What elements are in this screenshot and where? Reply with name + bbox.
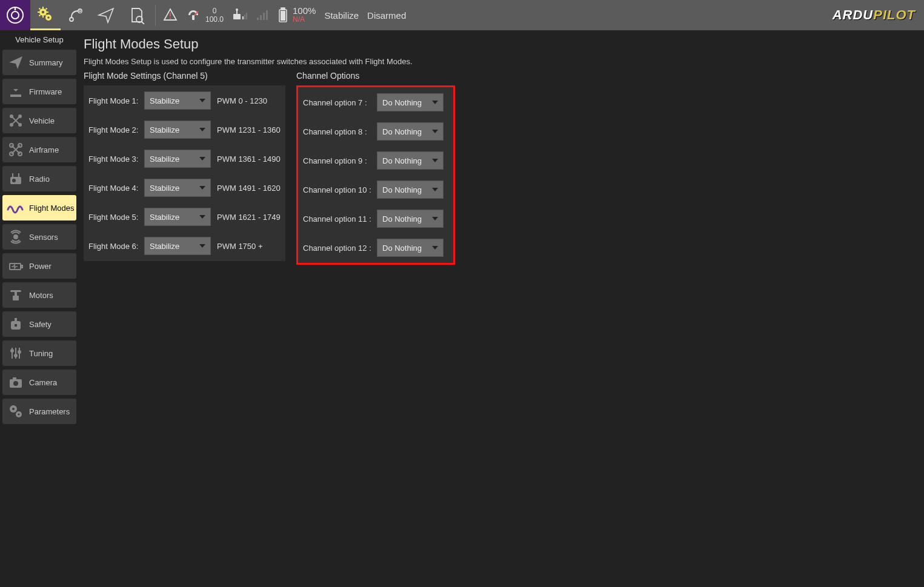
svg-point-72	[12, 408, 15, 410]
flight-mode-row-6: Flight Mode 6: Stabilize PWM 1750 +	[88, 236, 281, 256]
channel-option-label: Channel option 10 :	[303, 185, 371, 194]
chevron-down-icon	[199, 99, 205, 102]
sidebar-item-tuning[interactable]: Tuning	[2, 340, 76, 366]
flight-mode-5-select[interactable]: Stabilize	[144, 208, 211, 226]
flight-mode-1-select[interactable]: Stabilize	[144, 91, 211, 110]
flight-mode-row-2: Flight Mode 2: Stabilize PWM 1231 - 1360	[88, 119, 281, 140]
flight-mode-label: Flight Mode 4:	[88, 184, 138, 193]
sidebar-item-label: Motors	[29, 291, 53, 300]
gps-status[interactable]: 0 100.0	[186, 7, 224, 24]
svg-rect-55	[21, 265, 22, 268]
channel-option-8-select[interactable]: Do Nothing	[377, 122, 444, 141]
channel-option-label: Channel option 7 :	[303, 98, 371, 107]
svg-rect-36	[281, 11, 285, 21]
svg-line-11	[39, 8, 41, 9]
battery-status[interactable]: 100% N/A	[278, 7, 316, 24]
svg-rect-54	[10, 264, 21, 270]
channel-options-section-label: Channel Options	[296, 71, 455, 81]
vehicle-icon	[2, 113, 29, 128]
svg-point-50	[12, 179, 16, 182]
signal-icon[interactable]	[256, 8, 270, 23]
fly-button[interactable]	[91, 0, 121, 30]
channel-option-10-select[interactable]: Do Nothing	[377, 181, 444, 199]
flight-mode-6-select[interactable]: Stabilize	[144, 237, 211, 255]
sidebar-item-radio[interactable]: Radio	[2, 166, 76, 191]
sidebar-item-label: Summary	[29, 58, 63, 67]
sidebar-item-flight-modes[interactable]: Flight Modes	[2, 195, 76, 221]
svg-point-21	[170, 18, 171, 19]
sidebar-item-label: Tuning	[29, 349, 53, 358]
flight-mode-4-select[interactable]: Stabilize	[144, 179, 211, 197]
chevron-down-icon	[199, 244, 205, 248]
svg-rect-58	[10, 290, 21, 292]
brand-logo: ARDUPILOT	[833, 0, 924, 30]
svg-rect-28	[244, 15, 245, 19]
warning-icon[interactable]	[163, 7, 178, 24]
flight-mode-3-select[interactable]: Stabilize	[144, 150, 211, 168]
safety-icon	[2, 316, 29, 332]
svg-point-64	[15, 354, 17, 357]
dropdown-value: Do Nothing	[382, 98, 428, 107]
sidebar-item-safety[interactable]: Safety	[2, 311, 76, 337]
svg-point-6	[47, 16, 50, 19]
dropdown-value: Stabilize	[150, 125, 196, 134]
battery-voltage: N/A	[293, 15, 305, 24]
chevron-down-icon	[432, 188, 438, 191]
brand-text-a: ARDU	[833, 7, 874, 23]
sidebar-item-summary[interactable]: Summary	[2, 50, 76, 75]
flight-mode-label: Flight Mode 6:	[88, 242, 138, 251]
flight-modes-icon	[2, 200, 29, 216]
sidebar-item-motors[interactable]: Motors	[2, 282, 76, 308]
telemetry-icon[interactable]	[232, 8, 248, 23]
flight-mode-status[interactable]: Stabilize	[324, 10, 359, 21]
svg-point-73	[18, 413, 19, 415]
app-logo-button[interactable]	[0, 0, 30, 30]
flight-mode-row-3: Flight Mode 3: Stabilize PWM 1361 - 1490	[88, 148, 281, 169]
flight-mode-label: Flight Mode 3:	[88, 154, 138, 164]
sidebar-item-vehicle[interactable]: Vehicle	[2, 108, 76, 133]
channel-option-9-select[interactable]: Do Nothing	[377, 151, 444, 170]
dropdown-value: Stabilize	[150, 242, 196, 251]
channel-option-11-select[interactable]: Do Nothing	[377, 210, 444, 228]
svg-point-68	[13, 381, 18, 386]
chevron-down-icon	[432, 246, 438, 250]
sidebar-item-sensors[interactable]: Sensors	[2, 224, 76, 250]
flight-mode-label: Flight Mode 1:	[88, 96, 138, 105]
vehicle-setup-button[interactable]	[30, 0, 61, 30]
gps-hdop: 100.0	[205, 15, 224, 24]
plan-route-button[interactable]: 0	[61, 0, 91, 30]
sidebar-item-label: Firmware	[29, 87, 62, 96]
channel-option-row-10: Channel option 10 : Do Nothing	[303, 179, 448, 200]
svg-rect-22	[192, 15, 194, 20]
sidebar-item-airframe[interactable]: Airframe	[2, 137, 76, 162]
sidebar-item-firmware[interactable]: Firmware	[2, 79, 76, 104]
pwm-range: PWM 1750 +	[217, 242, 263, 251]
svg-rect-29	[246, 13, 247, 19]
svg-rect-27	[242, 16, 244, 19]
sidebar-item-label: Power	[29, 262, 52, 271]
sidebar-item-parameters[interactable]: Parameters	[2, 399, 76, 424]
dropdown-value: Stabilize	[150, 213, 196, 222]
channel-option-label: Channel option 9 :	[303, 156, 371, 165]
svg-line-19	[142, 22, 144, 24]
flight-mode-label: Flight Mode 2:	[88, 125, 138, 134]
svg-rect-69	[13, 377, 16, 379]
armed-status[interactable]: Disarmed	[367, 10, 406, 21]
channel-option-7-select[interactable]: Do Nothing	[377, 93, 444, 111]
channel-option-row-12: Channel option 12 : Do Nothing	[303, 237, 448, 258]
svg-rect-24	[233, 14, 241, 19]
analyze-button[interactable]	[121, 0, 151, 30]
channel-option-label: Channel option 12 :	[303, 244, 371, 253]
dropdown-value: Stabilize	[150, 154, 196, 164]
sidebar-item-camera[interactable]: Camera	[2, 370, 76, 395]
flight-mode-2-select[interactable]: Stabilize	[144, 121, 211, 139]
channel-option-12-select[interactable]: Do Nothing	[377, 239, 444, 257]
channel-option-row-8: Channel option 8 : Do Nothing	[303, 121, 448, 142]
dropdown-value: Stabilize	[150, 96, 196, 105]
paper-plane-icon	[2, 55, 29, 70]
sidebar-item-power[interactable]: Power	[2, 253, 76, 279]
flight-mode-panel: Flight Mode 1: Stabilize PWM 0 - 1230 Fl…	[84, 85, 285, 261]
svg-line-14	[46, 8, 47, 9]
power-icon	[2, 258, 29, 274]
page-title: Flight Modes Setup	[84, 36, 919, 52]
